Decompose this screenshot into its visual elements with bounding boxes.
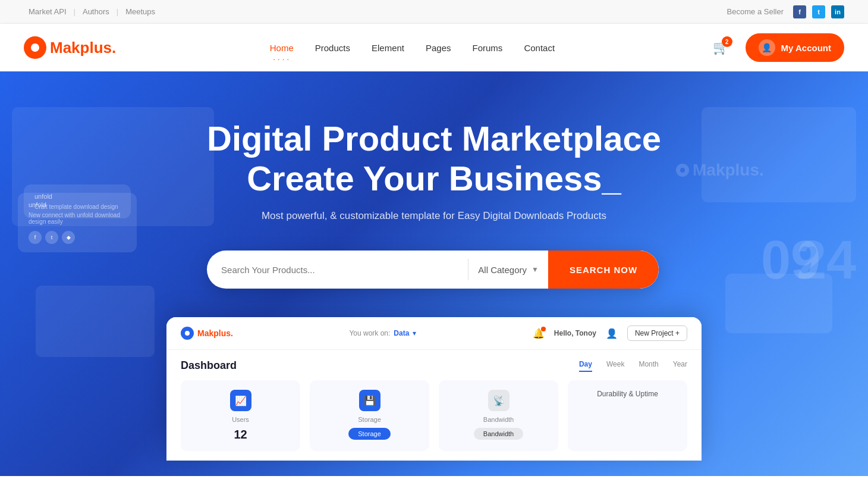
top-bar-links: Market API | Authors | Meetups: [24, 7, 160, 16]
category-dropdown[interactable]: All Category ▼: [468, 265, 548, 275]
nav-products[interactable]: Products: [315, 43, 350, 53]
bandwidth-label: Bandwidth: [483, 416, 514, 423]
bell-dot: [541, 327, 546, 331]
header-right: 🛒 2 👤 My Account: [709, 33, 844, 62]
dash-tabs: Day Week Month Year: [579, 360, 687, 372]
nav-contact[interactable]: Contact: [524, 43, 555, 53]
search-bar: All Category ▼ SEARCH NOW: [207, 251, 659, 289]
my-account-button[interactable]: 👤 My Account: [746, 33, 844, 62]
logo-icon-inner: [31, 43, 39, 52]
dash-body: Dashboard Day Week Month Year 📈 Users 12…: [166, 350, 702, 461]
right-promo-card: unfold Craft template download design: [24, 184, 131, 218]
top-bar-right: Become a Seller f t in: [727, 5, 844, 18]
dash-header: Makplus. You work on: Data ▾ 🔔 Hello, To…: [166, 317, 702, 350]
tab-month[interactable]: Month: [639, 360, 658, 372]
dash-card-users: 📈 Users 12: [181, 380, 300, 451]
hero-subtitle: Most powerful, & customizable template f…: [207, 210, 661, 222]
logo-icon: [24, 36, 46, 59]
logo[interactable]: Makplus.: [24, 36, 116, 59]
storage-label: Storage: [358, 416, 381, 423]
users-icon: 📈: [230, 390, 251, 411]
search-input[interactable]: [207, 265, 468, 275]
bg-float-3: [36, 286, 155, 357]
dash-logo-icon: [181, 327, 194, 340]
my-account-label: My Account: [781, 43, 831, 53]
chevron-down-icon: ▼: [532, 265, 539, 274]
dash-logo-text: Makplus.: [197, 328, 233, 338]
sep2: |: [117, 7, 118, 16]
dash-logo-inner: [185, 331, 190, 336]
nav-forums[interactable]: Forums: [473, 43, 503, 53]
dash-title-row: Dashboard Day Week Month Year: [181, 359, 687, 372]
bell-icon[interactable]: 🔔: [533, 328, 545, 339]
user-icon: 👤: [606, 328, 618, 339]
sep1: |: [74, 7, 76, 16]
dash-data-value: Data: [394, 329, 409, 337]
dash-hello: Hello, Tonoy: [554, 329, 596, 337]
dash-card-durability: Durability & Uptime: [568, 380, 687, 451]
hero-title: Digital Product Marketplace Create Your …: [207, 119, 661, 198]
chevron-down-icon-dash[interactable]: ▾: [413, 329, 416, 337]
meetups-link[interactable]: Meetups: [121, 7, 160, 16]
tab-week[interactable]: Week: [606, 360, 624, 372]
nav-element[interactable]: Element: [372, 43, 404, 53]
top-bar: Market API | Authors | Meetups Become a …: [0, 0, 868, 24]
social-icons: f t in: [793, 5, 844, 18]
market-api-link[interactable]: Market API: [24, 7, 71, 16]
tab-year[interactable]: Year: [673, 360, 687, 372]
storage-button[interactable]: Storage: [348, 428, 391, 440]
bandwidth-icon: 📡: [488, 390, 510, 411]
cart-badge: 2: [722, 36, 732, 47]
dash-cards: 📈 Users 12 💾 Storage Storage 📡 Bandwidth…: [181, 380, 687, 451]
search-button[interactable]: SEARCH NOW: [548, 251, 659, 289]
storage-icon: 💾: [359, 390, 380, 411]
nav-pages[interactable]: Pages: [426, 43, 451, 53]
become-seller-link[interactable]: Become a Seller: [727, 7, 784, 16]
twitter-icon[interactable]: t: [812, 5, 825, 18]
linkedin-icon[interactable]: in: [831, 5, 844, 18]
dash-work: You work on: Data ▾: [349, 329, 416, 337]
authors-link[interactable]: Authors: [78, 7, 114, 16]
dashboard-preview: Makplus. You work on: Data ▾ 🔔 Hello, To…: [166, 317, 702, 461]
dash-title: Dashboard: [181, 359, 237, 372]
users-label: Users: [232, 416, 249, 423]
category-label: All Category: [478, 265, 527, 275]
logo-text: Makplus.: [50, 39, 116, 57]
main-nav: Home Products Element Pages Forums Conta…: [270, 43, 555, 53]
users-value: 12: [234, 428, 247, 442]
dash-card-bandwidth: 📡 Bandwidth Bandwidth: [439, 380, 558, 451]
facebook-icon[interactable]: f: [793, 5, 806, 18]
bg-float-2: [702, 107, 856, 202]
watermark: Makplus.: [676, 161, 764, 180]
hero-content: Digital Product Marketplace Create Your …: [207, 119, 661, 289]
tab-day[interactable]: Day: [579, 360, 592, 372]
bg-number-24: 24: [797, 233, 856, 287]
bandwidth-button[interactable]: Bandwidth: [474, 428, 523, 440]
dash-logo: Makplus.: [181, 327, 233, 340]
nav-home[interactable]: Home: [270, 43, 294, 53]
dash-card-storage: 💾 Storage Storage: [310, 380, 429, 451]
hero-section: Makplus. 09 24 unfold New connect with u…: [0, 71, 868, 476]
cart-button[interactable]: 🛒 2: [709, 35, 734, 60]
account-avatar: 👤: [759, 39, 775, 56]
main-header: Makplus. Home Products Element Pages For…: [0, 24, 868, 71]
durability-label: Durability & Uptime: [597, 390, 658, 398]
dash-right: 🔔 Hello, Tonoy 👤 New Project +: [533, 325, 687, 341]
new-project-button[interactable]: New Project +: [627, 325, 687, 341]
